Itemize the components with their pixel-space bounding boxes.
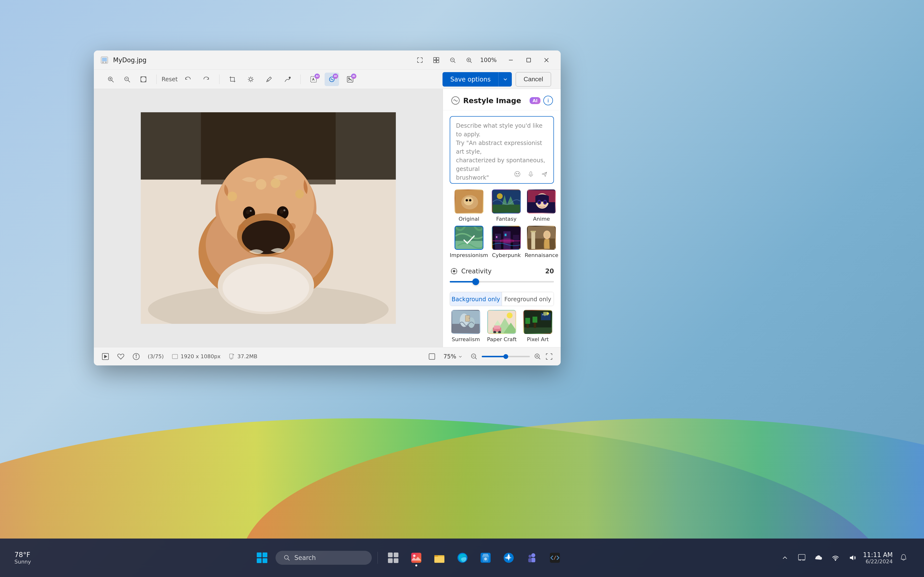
- restyle-btn[interactable]: AI: [325, 73, 339, 86]
- svg-point-78: [464, 197, 473, 205]
- edge-browser-button[interactable]: [453, 548, 472, 567]
- titlebar-fullscreen-btn[interactable]: [413, 53, 427, 67]
- draw-btn[interactable]: [280, 73, 294, 86]
- titlebar-view-btn[interactable]: [429, 53, 443, 67]
- clock-widget[interactable]: 11:11 AM 6/22/2024: [863, 551, 893, 564]
- style-anime[interactable]: Anime: [525, 189, 558, 222]
- erase-bg-btn[interactable]: AI: [306, 73, 321, 86]
- save-main-btn[interactable]: Save options: [443, 72, 498, 87]
- svg-line-12: [454, 61, 455, 63]
- style-pixelart[interactable]: Pixel Art: [522, 310, 554, 342]
- prompt-input-area[interactable]: Describe what style you'd like to apply.…: [450, 116, 554, 184]
- svg-point-70: [515, 171, 520, 177]
- svg-point-4: [102, 61, 104, 63]
- slideshow-btn[interactable]: [102, 353, 109, 360]
- creativity-section: Creativity 20: [443, 263, 561, 288]
- creativity-slider[interactable]: [450, 279, 554, 284]
- window-controls: [502, 53, 555, 67]
- search-label: Search: [294, 554, 316, 561]
- notification-bell[interactable]: [898, 552, 909, 564]
- onedrive-icon[interactable]: [813, 552, 825, 564]
- quick-settings-btn[interactable]: [796, 552, 808, 564]
- app-icon: [100, 55, 109, 65]
- send-btn[interactable]: [539, 169, 549, 179]
- svg-rect-82: [493, 205, 521, 213]
- style-label-renaissance: Rennaisance: [525, 252, 558, 258]
- favorite-btn[interactable]: [117, 353, 124, 360]
- emoji-btn[interactable]: [512, 169, 523, 179]
- styles-grid-2: Surrealism: [443, 310, 561, 347]
- svg-point-64: [289, 223, 296, 230]
- style-thumb-pixelart: [523, 310, 552, 334]
- titlebar-zoom-out-btn[interactable]: [446, 53, 460, 67]
- style-thumb-anime: [527, 189, 556, 213]
- style-cyberpunk[interactable]: Cyberpunk: [492, 226, 521, 258]
- zoom-out-btn[interactable]: [120, 73, 134, 86]
- svg-marker-144: [105, 355, 107, 358]
- taskview-button[interactable]: [384, 548, 403, 567]
- foreground-only-btn[interactable]: Foreground only: [502, 292, 554, 306]
- start-button[interactable]: [252, 548, 272, 567]
- titlebar-zoom-in-btn[interactable]: [462, 53, 476, 67]
- copilot-button[interactable]: [499, 548, 518, 567]
- svg-line-153: [475, 358, 477, 359]
- redo-btn[interactable]: [199, 73, 213, 86]
- svg-rect-107: [531, 231, 535, 250]
- svg-point-162: [284, 555, 288, 559]
- style-papercraft[interactable]: Paper Craft: [486, 310, 518, 342]
- file-explorer-button[interactable]: [430, 548, 449, 567]
- save-dropdown-btn[interactable]: [498, 72, 512, 87]
- svg-rect-148: [172, 355, 178, 359]
- system-tray-expand[interactable]: [779, 552, 791, 564]
- fit-view-btn[interactable]: [136, 73, 151, 86]
- minimize-button[interactable]: [502, 53, 519, 67]
- info-status-btn[interactable]: [132, 353, 140, 360]
- teams-button[interactable]: [522, 548, 541, 567]
- zoom-slider[interactable]: [482, 354, 530, 359]
- slider-thumb[interactable]: [472, 279, 479, 285]
- style-label-impressionism: Impressionism: [450, 252, 488, 258]
- style-fantasy[interactable]: Fantasy: [492, 189, 521, 222]
- svg-rect-73: [530, 172, 532, 175]
- search-button[interactable]: Search: [276, 551, 372, 565]
- style-original[interactable]: Original: [450, 189, 488, 222]
- close-button[interactable]: [538, 53, 555, 67]
- svg-point-72: [518, 173, 519, 174]
- style-renaissance[interactable]: Rennaisance: [525, 226, 558, 258]
- style-impressionism[interactable]: Impressionism: [450, 226, 488, 258]
- frame-btn[interactable]: [428, 353, 436, 360]
- zoom-in-btn[interactable]: [103, 73, 118, 86]
- light-btn[interactable]: [244, 73, 258, 86]
- background-only-btn[interactable]: Background only: [450, 292, 502, 306]
- svg-rect-142: [544, 316, 545, 316]
- zoom-slider-thumb[interactable]: [503, 354, 508, 359]
- save-options-button[interactable]: Save options: [443, 72, 512, 87]
- volume-icon[interactable]: [846, 552, 858, 564]
- zoom-display[interactable]: 75%: [439, 351, 466, 362]
- mic-btn[interactable]: [525, 169, 536, 179]
- style-label-surrealism: Surrealism: [452, 336, 480, 342]
- info-button[interactable]: i: [543, 96, 553, 105]
- generative-fill-btn[interactable]: AI: [343, 73, 357, 86]
- svg-point-147: [136, 355, 137, 355]
- zoom-in-status[interactable]: [534, 353, 541, 360]
- wifi-icon[interactable]: [829, 552, 842, 564]
- fullscreen-btn[interactable]: [545, 353, 553, 360]
- photos-app-button[interactable]: [407, 548, 426, 567]
- style-surrealism[interactable]: Surrealism: [450, 310, 482, 342]
- dev-app-button[interactable]: [545, 548, 564, 567]
- store-button[interactable]: ⊕: [476, 548, 495, 567]
- svg-rect-141: [542, 314, 543, 315]
- reset-btn[interactable]: Reset: [162, 73, 177, 86]
- crop-btn[interactable]: [225, 73, 240, 86]
- svg-rect-100: [505, 234, 507, 236]
- edit-btn[interactable]: [262, 73, 276, 86]
- undo-btn[interactable]: [181, 73, 195, 86]
- cancel-button[interactable]: Cancel: [516, 72, 551, 87]
- maximize-button[interactable]: [520, 53, 537, 67]
- svg-point-60: [242, 221, 290, 254]
- svg-line-16: [470, 61, 472, 63]
- weather-widget[interactable]: 78°F Sunny: [15, 551, 31, 565]
- svg-point-29: [249, 78, 252, 81]
- zoom-out-status[interactable]: [470, 353, 478, 360]
